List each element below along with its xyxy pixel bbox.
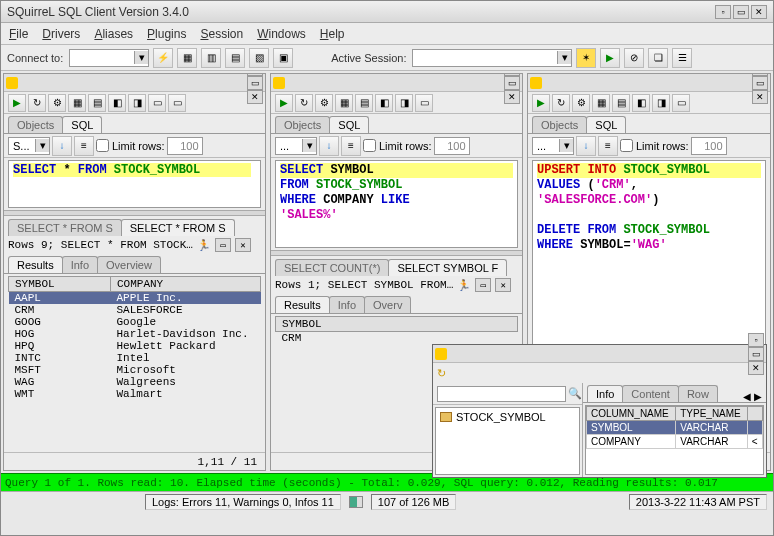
cascade-icon[interactable]: ▧ <box>249 48 269 68</box>
tool-icon[interactable]: ▭ <box>148 94 166 112</box>
result-table[interactable]: SYMBOL CRM <box>275 316 518 344</box>
run-icon[interactable]: ▶ <box>600 48 620 68</box>
filter-icon[interactable]: ≡ <box>341 136 361 156</box>
search-icon[interactable]: 🔍 <box>568 387 582 400</box>
column-info-table[interactable]: COLUMN_NAMETYPE_NAME SYMBOLVARCHAR COMPA… <box>586 406 763 449</box>
tool-icon[interactable]: ⚙ <box>572 94 590 112</box>
history-tab[interactable]: SELECT * FROM S <box>8 219 122 236</box>
arrow-down-icon[interactable]: ↓ <box>52 136 72 156</box>
tab-objects[interactable]: Objects <box>532 116 587 133</box>
new-session-icon[interactable]: ▦ <box>177 48 197 68</box>
panel-max-icon[interactable]: ▭ <box>748 347 764 361</box>
limit-rows-check[interactable]: Limit rows: <box>96 139 165 152</box>
limit-rows-input[interactable] <box>434 137 470 155</box>
refresh-icon[interactable]: ↻ <box>552 94 570 112</box>
limit-rows-check[interactable]: Limit rows: <box>620 139 689 152</box>
menu-help[interactable]: Help <box>320 27 345 41</box>
tile-v-icon[interactable]: ▤ <box>225 48 245 68</box>
max-result-icon[interactable]: ▭ <box>475 278 491 292</box>
catalog-combo[interactable]: ...▾ <box>275 137 317 155</box>
tab-objects[interactable]: Objects <box>8 116 63 133</box>
panel-max-icon[interactable]: ▭ <box>247 76 263 90</box>
arrow-down-icon[interactable]: ↓ <box>319 136 339 156</box>
props-icon[interactable]: ☰ <box>672 48 692 68</box>
logs-status[interactable]: Logs: Errors 11, Warnings 0, Infos 11 <box>145 494 341 510</box>
arrow-down-icon[interactable]: ↓ <box>576 136 596 156</box>
tool-icon[interactable]: ▤ <box>88 94 106 112</box>
menu-aliases[interactable]: Aliases <box>94 27 133 41</box>
history-tab[interactable]: SELECT SYMBOL F <box>388 259 507 276</box>
limit-rows-input[interactable] <box>691 137 727 155</box>
new-window-icon[interactable]: ❏ <box>648 48 668 68</box>
menu-session[interactable]: Session <box>200 27 243 41</box>
commit-icon[interactable]: ✶ <box>576 48 596 68</box>
connect-combo[interactable]: ▾ <box>69 49 149 67</box>
maximize-icon[interactable]: ▭ <box>733 5 749 19</box>
tool-icon[interactable]: ▦ <box>68 94 86 112</box>
refresh-icon[interactable]: ↻ <box>295 94 313 112</box>
tab-results[interactable]: Results <box>275 296 330 313</box>
refresh-icon[interactable]: ↻ <box>28 94 46 112</box>
result-table[interactable]: SYMBOLCOMPANY AAPLAPPLE Inc. CRMSALESFOR… <box>8 276 261 400</box>
tab-sql[interactable]: SQL <box>586 116 626 133</box>
tool-icon[interactable]: ⚙ <box>315 94 333 112</box>
tool-icon[interactable]: ⚙ <box>48 94 66 112</box>
menu-file[interactable]: File <box>9 27 28 41</box>
tab-overview[interactable]: Overv <box>364 296 411 313</box>
panel-min-icon[interactable]: ▫ <box>748 333 764 347</box>
tool-icon[interactable]: ▦ <box>592 94 610 112</box>
tab-info[interactable]: Info <box>587 385 623 402</box>
tree-search-input[interactable] <box>437 386 566 402</box>
run-icon[interactable]: ▶ <box>532 94 550 112</box>
close-icon[interactable]: ✕ <box>751 5 767 19</box>
connect-icon[interactable]: ⚡ <box>153 48 173 68</box>
sql-editor[interactable]: SELECT SYMBOL FROM STOCK_SYMBOL WHERE CO… <box>275 160 518 248</box>
run-icon[interactable]: ▶ <box>8 94 26 112</box>
tool-icon[interactable]: ◧ <box>632 94 650 112</box>
tab-overview[interactable]: Overview <box>97 256 161 273</box>
catalog-combo[interactable]: S...▾ <box>8 137 50 155</box>
tool-icon[interactable]: ▤ <box>612 94 630 112</box>
close-result-icon[interactable]: ✕ <box>235 238 251 252</box>
tool-icon[interactable]: ◨ <box>128 94 146 112</box>
tool-icon[interactable]: ▭ <box>672 94 690 112</box>
tab-results[interactable]: Results <box>8 256 63 273</box>
history-tab[interactable]: SELECT * FROM S <box>121 219 235 236</box>
tab-sql[interactable]: SQL <box>329 116 369 133</box>
max-result-icon[interactable]: ▭ <box>215 238 231 252</box>
catalog-combo[interactable]: ...▾ <box>532 137 574 155</box>
tab-content[interactable]: Content <box>622 385 679 402</box>
refresh-icon[interactable]: ↻ <box>437 367 446 380</box>
run-icon[interactable]: ▶ <box>275 94 293 112</box>
panel-max-icon[interactable]: ▭ <box>504 76 520 90</box>
menu-plugins[interactable]: Plugins <box>147 27 186 41</box>
tab-row[interactable]: Row <box>678 385 718 402</box>
tool-icon[interactable]: ▭ <box>168 94 186 112</box>
tool-icon[interactable]: ▭ <box>415 94 433 112</box>
tab-info[interactable]: Info <box>329 296 365 313</box>
tool-icon[interactable]: ◨ <box>395 94 413 112</box>
max-icon[interactable]: ▣ <box>273 48 293 68</box>
tool-icon[interactable]: ▤ <box>355 94 373 112</box>
close-result-icon[interactable]: ✕ <box>495 278 511 292</box>
active-session-combo[interactable]: ▾ <box>412 49 572 67</box>
history-tab[interactable]: SELECT COUNT(*) <box>275 259 389 276</box>
stop-icon[interactable]: ⊘ <box>624 48 644 68</box>
menu-drivers[interactable]: Drivers <box>42 27 80 41</box>
tool-icon[interactable]: ◧ <box>375 94 393 112</box>
limit-rows-input[interactable] <box>167 137 203 155</box>
minimize-icon[interactable]: ▫ <box>715 5 731 19</box>
panel-max-icon[interactable]: ▭ <box>752 76 768 90</box>
tile-h-icon[interactable]: ▥ <box>201 48 221 68</box>
tab-objects[interactable]: Objects <box>275 116 330 133</box>
tool-icon[interactable]: ◧ <box>108 94 126 112</box>
filter-icon[interactable]: ≡ <box>598 136 618 156</box>
sql-editor[interactable]: SELECT * FROM STOCK_SYMBOL <box>8 160 261 208</box>
menu-windows[interactable]: Windows <box>257 27 306 41</box>
filter-icon[interactable]: ≡ <box>74 136 94 156</box>
tool-icon[interactable]: ▦ <box>335 94 353 112</box>
tab-info[interactable]: Info <box>62 256 98 273</box>
tab-sql[interactable]: SQL <box>62 116 102 133</box>
object-tree[interactable]: STOCK_SYMBOL <box>435 407 580 475</box>
tool-icon[interactable]: ◨ <box>652 94 670 112</box>
